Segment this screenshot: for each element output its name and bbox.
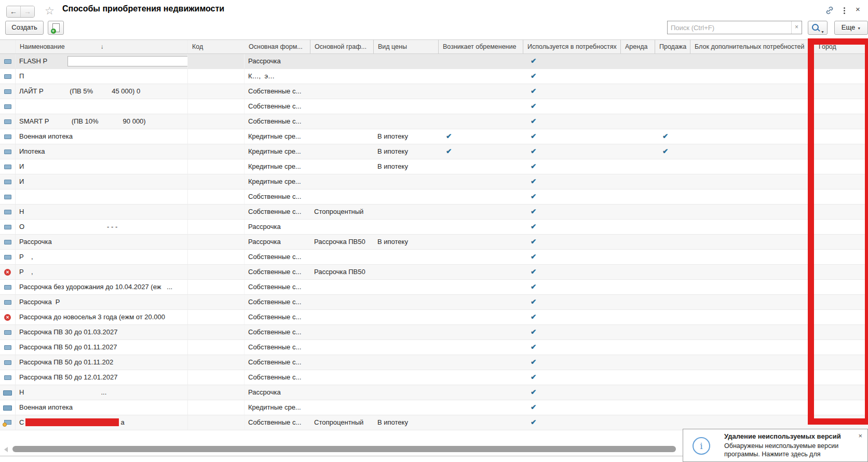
- more-menu-icon[interactable]: [843, 6, 845, 15]
- catalog-item-icon: [4, 360, 11, 365]
- table-row[interactable]: Р ,Собственные с...✔: [0, 250, 868, 265]
- name-cell: Рассрочка ПВ 50 до 01.11.2027: [16, 340, 188, 355]
- checkmark-icon: ✔: [523, 99, 621, 114]
- table-header: Наименование↓КодОсновная форм...Основной…: [0, 39, 868, 54]
- checkmark-icon: ✔: [523, 295, 621, 309]
- favorite-star-icon[interactable]: ☆: [45, 5, 55, 17]
- table-body: FLASH РРассрочка✔ПК…, э…✔ЛАЙТ Р (ПВ 5% 4…: [0, 54, 868, 430]
- col-header-used[interactable]: Используется в потребностях: [523, 40, 621, 53]
- table-row[interactable]: Военная ипотекаКредитные сре...В ипотеку…: [0, 129, 868, 144]
- forward-button[interactable]: →: [20, 6, 34, 17]
- col-header-obrem[interactable]: Возникает обременение: [439, 40, 523, 53]
- search-input[interactable]: [668, 21, 791, 34]
- new-document-button[interactable]: [48, 21, 64, 35]
- table-row[interactable]: ИКредитные сре...В ипотеку✔: [0, 159, 868, 174]
- predefined-item-icon: [4, 420, 11, 425]
- chevron-down-icon: ▼: [821, 26, 824, 38]
- redaction-box: [25, 418, 119, 426]
- col-header-name[interactable]: Наименование↓: [16, 40, 188, 53]
- page-title: Способы приобретения недвижимости: [62, 4, 224, 13]
- checkmark-icon: ✔: [523, 69, 621, 84]
- table-row[interactable]: Рассрочка ПВ 50 до 01.11.202Собственные …: [0, 355, 868, 370]
- col-header-prod[interactable]: Продажа: [655, 40, 690, 53]
- col-header-code[interactable]: Код: [188, 40, 245, 53]
- name-cell: ЛАЙТ Р (ПВ 5% 45 000) 0: [16, 84, 188, 99]
- col-header-forma[interactable]: Основная форм...: [245, 40, 310, 53]
- table-row[interactable]: ЛАЙТ Р (ПВ 5% 45 000) 0Собственные с...✔: [0, 84, 868, 99]
- table-row[interactable]: Н ...Рассрочка✔: [0, 385, 868, 400]
- new-document-icon: [52, 23, 60, 32]
- checkmark-icon: ✔: [523, 415, 621, 430]
- col-header-vid[interactable]: Вид цены: [374, 40, 439, 53]
- table-row[interactable]: SMART Р (ПВ 10% 90 000)Собственные с...✔: [0, 114, 868, 129]
- name-cell: Рассрочка ПВ 50 до 12.01.2027: [16, 370, 188, 385]
- col-header-gutter[interactable]: [0, 40, 16, 53]
- catalog-item-icon: [4, 375, 11, 380]
- checkmark-icon: ✔: [439, 129, 523, 144]
- table-row[interactable]: Рассрочка ПВ 50 до 01.11.2027Собственные…: [0, 340, 868, 355]
- col-header-blok[interactable]: Блок дополнительных потребностей: [690, 40, 808, 53]
- catalog-item-icon: [4, 195, 11, 199]
- name-cell: Рассрочка Р: [16, 295, 188, 309]
- table-row[interactable]: НСобственные с...Стопроцентный✔: [0, 205, 868, 220]
- table-row[interactable]: ✕Р ,Собственные с...Рассрочка ПВ50✔: [0, 265, 868, 280]
- scroll-left-arrow[interactable]: [4, 447, 8, 452]
- col-header-grafik[interactable]: Основной граф...: [310, 40, 374, 53]
- horizontal-scrollbar[interactable]: [12, 446, 676, 452]
- table-row[interactable]: Собственные с...✔: [0, 189, 868, 205]
- checkmark-icon: ✔: [523, 54, 621, 69]
- checkmark-icon: ✔: [523, 340, 621, 355]
- table-row[interactable]: Собственные с...✔: [0, 99, 868, 114]
- table-row[interactable]: О - - -Рассрочка✔: [0, 220, 868, 235]
- catalog-item-icon: [4, 74, 11, 79]
- create-button[interactable]: Создать: [5, 21, 44, 35]
- checkmark-icon: ✔: [523, 235, 621, 249]
- name-cell: Р ,: [16, 250, 188, 264]
- notification-popup[interactable]: i Удаление неиспользуемых версий Обнаруж…: [683, 429, 868, 462]
- link-icon[interactable]: [825, 6, 834, 15]
- name-cell: И: [16, 174, 188, 189]
- checkmark-icon: ✔: [523, 129, 621, 144]
- catalog-item-icon: [4, 150, 11, 154]
- catalog-item-icon: [4, 255, 11, 260]
- search-button[interactable]: ▼: [808, 21, 828, 35]
- name-cell: [16, 99, 188, 114]
- table-row[interactable]: ПК…, э…✔: [0, 69, 868, 84]
- redaction-box: [67, 56, 188, 66]
- checkmark-icon: ✔: [523, 84, 621, 99]
- name-cell: [16, 189, 188, 204]
- table-row[interactable]: РассрочкаРассрочкаРассрочка ПВ50В ипотек…: [0, 235, 868, 250]
- table-row[interactable]: Рассрочка РСобственные с...✔: [0, 295, 868, 310]
- notification-message[interactable]: Обнаружены неиспользуемые версиипрограмм…: [724, 442, 838, 458]
- search-icon: [812, 24, 819, 31]
- checkmark-icon: ✔: [523, 159, 621, 174]
- name-cell: Ипотека: [16, 144, 188, 159]
- table-row[interactable]: FLASH РРассрочка✔: [0, 54, 868, 69]
- table-row[interactable]: ИпотекаКредитные сре...В ипотеку✔✔✔: [0, 144, 868, 159]
- table-row[interactable]: Рассрочка ПВ 50 до 12.01.2027Собственные…: [0, 370, 868, 385]
- search-clear-button[interactable]: ×: [791, 21, 802, 34]
- more-button[interactable]: Еще▼: [834, 21, 868, 35]
- table-row[interactable]: Рассрочка без удорожания до 10.04.2027 (…: [0, 280, 868, 295]
- checkmark-icon: ✔: [523, 220, 621, 234]
- checkmark-icon: ✔: [655, 129, 690, 144]
- table-row[interactable]: Рассрочка ПВ 30 до 01.03.2027Собственные…: [0, 325, 868, 340]
- col-header-arenda[interactable]: Аренда: [621, 40, 655, 53]
- name-cell: Рассрочка ПВ 50 до 01.11.202: [16, 355, 188, 370]
- checkmark-icon: ✔: [523, 174, 621, 189]
- checkmark-icon: ✔: [523, 250, 621, 264]
- name-cell: Са: [16, 415, 188, 430]
- name-cell: Рассрочка до новоселья 3 года (ежм от 20…: [16, 310, 188, 324]
- checkmark-icon: ✔: [523, 144, 621, 159]
- annotation-rectangle: [808, 38, 868, 425]
- back-button[interactable]: ←: [7, 6, 20, 17]
- table-row[interactable]: ✕Рассрочка до новоселья 3 года (ежм от 2…: [0, 310, 868, 325]
- name-cell: Н: [16, 205, 188, 219]
- table-row[interactable]: ИКредитные сре...✔: [0, 174, 868, 189]
- notification-close-icon[interactable]: ×: [858, 432, 862, 440]
- table-row[interactable]: СаСобственные с...СтопроцентныйВ ипотеку…: [0, 415, 868, 430]
- checkmark-icon: ✔: [523, 400, 621, 415]
- table-row[interactable]: Военная ипотекаКредитные сре...✔: [0, 400, 868, 415]
- window-close-icon[interactable]: ×: [856, 5, 860, 13]
- catalog-item-icon: [4, 225, 11, 229]
